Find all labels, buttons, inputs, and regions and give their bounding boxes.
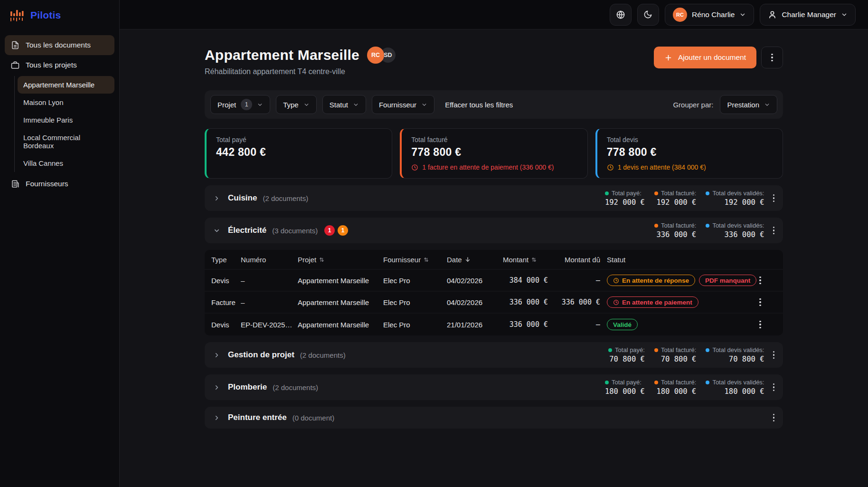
status-badge: En attente de réponse — [607, 275, 695, 286]
group-row-electricite[interactable]: Électricité (3 documents) 1 1 Total fact… — [205, 218, 783, 243]
group-stat-value: 70 800 € — [608, 355, 645, 363]
row-more-button[interactable] — [759, 298, 776, 306]
cell-statut: En attente de paiement — [600, 296, 759, 308]
chevron-right-icon[interactable] — [213, 384, 220, 391]
clock-icon — [613, 299, 619, 306]
sidebar: Pilotis Tous les documents Tous les proj… — [0, 0, 120, 487]
filter-fournisseur[interactable]: Fournisseur — [372, 95, 434, 114]
sidebar-item-projects[interactable]: Tous les projets — [5, 55, 114, 75]
col-date[interactable]: Date — [447, 256, 503, 264]
clear-filters-link[interactable]: Effacer tous les filtres — [445, 101, 513, 109]
pilotis-logo-icon — [9, 8, 26, 23]
filter-statut[interactable]: Statut — [322, 95, 366, 114]
group-name: Cuisine — [228, 193, 257, 203]
group-stat-value: 336 000 € — [706, 230, 764, 239]
cell-projet: Appartement Marseille — [298, 277, 383, 285]
filter-label: Statut — [330, 101, 348, 109]
chevron-right-icon[interactable] — [213, 352, 220, 359]
group-stat-value: 70 800 € — [654, 355, 696, 363]
invoiced-dot — [654, 191, 658, 195]
col-projet[interactable]: Projet — [298, 256, 383, 264]
filter-type[interactable]: Type — [276, 95, 317, 114]
quotes-dot — [706, 224, 709, 228]
col-montant[interactable]: Montant — [503, 256, 548, 264]
group-count: (2 documents) — [273, 383, 318, 392]
logo[interactable]: Pilotis — [0, 0, 119, 29]
cell-montant-du: 336 000 € — [548, 298, 600, 306]
theme-toggle-button[interactable] — [637, 4, 659, 26]
chevron-right-icon[interactable] — [213, 414, 220, 421]
group-more-button[interactable] — [773, 414, 775, 422]
sidebar-item-project[interactable]: Appartement Marseille — [18, 76, 114, 94]
group-count: (2 documents) — [300, 351, 346, 359]
row-more-button[interactable] — [759, 277, 776, 285]
paid-dot — [605, 381, 609, 384]
workspace-switcher[interactable]: RC Réno Charlie — [665, 4, 754, 26]
col-statut: Statut — [600, 256, 759, 264]
group-more-button[interactable] — [773, 351, 775, 359]
group-more-button[interactable] — [773, 194, 775, 202]
alert-badge-orange: 1 — [338, 225, 348, 236]
cell-statut: En attente de réponse PDF manquant — [600, 275, 759, 286]
chevron-down-icon — [353, 102, 359, 108]
workspace-name: Réno Charlie — [692, 10, 735, 19]
group-more-button[interactable] — [773, 227, 775, 235]
stat-value: 778 800 € — [607, 146, 773, 159]
sidebar-item-project[interactable]: Local Commercial Bordeaux — [18, 129, 114, 154]
sidebar-item-project[interactable]: Villa Cannes — [18, 154, 114, 172]
page-more-button[interactable] — [761, 47, 783, 68]
topbar: RC Réno Charlie Charlie Manager — [120, 0, 868, 29]
cell-type: Facture — [211, 298, 241, 306]
language-button[interactable] — [610, 4, 632, 26]
briefcase-icon — [10, 60, 20, 70]
alert-badge-red: 1 — [324, 225, 335, 236]
chevron-down-icon — [303, 102, 310, 108]
sidebar-item-documents[interactable]: Tous les documents — [5, 35, 114, 55]
add-document-button[interactable]: Ajouter un document — [654, 47, 756, 68]
col-fournisseur[interactable]: Fournisseur — [383, 256, 447, 264]
stat-warning-text: 1 facture en attente de paiement (336 00… — [422, 163, 554, 171]
group-stat-value: 70 800 € — [706, 355, 764, 363]
member-avatars: RC SD — [367, 47, 396, 64]
page-title: Appartement Marseille — [205, 47, 359, 63]
chevron-right-icon[interactable] — [213, 195, 220, 202]
stat-value: 778 800 € — [411, 146, 577, 159]
sidebar-project-list: Appartement Marseille Maison Lyon Immeub… — [14, 76, 114, 172]
status-badge: Validé — [607, 319, 638, 330]
invoiced-dot — [654, 224, 658, 228]
group-row-peinture-entree[interactable]: Peinture entrée (0 document) — [205, 407, 783, 429]
user-name: Charlie Manager — [782, 10, 836, 19]
group-by-label: Grouper par: — [673, 101, 713, 109]
filter-label: Fournisseur — [379, 101, 416, 109]
filter-label: Projet — [217, 101, 236, 109]
sidebar-item-project[interactable]: Immeuble Paris — [18, 111, 114, 129]
chevron-down-icon[interactable] — [213, 227, 220, 234]
group-row-gestion-de-projet[interactable]: Gestion de projet (2 documents) Total pa… — [205, 342, 783, 368]
group-by-select[interactable]: Prestation — [720, 95, 777, 114]
group-count: (0 document) — [292, 414, 334, 422]
chevron-down-icon — [764, 102, 770, 108]
status-badge: En attente de paiement — [607, 296, 698, 308]
group-stat-value: 180 000 € — [706, 387, 764, 396]
cell-montant-du: – — [548, 276, 600, 285]
chevron-down-icon — [739, 11, 746, 18]
table-row[interactable]: Facture – Appartement Marseille Elec Pro… — [205, 292, 783, 314]
user-menu[interactable]: Charlie Manager — [760, 4, 856, 26]
sidebar-item-fournisseurs[interactable]: Fournisseurs — [5, 174, 114, 194]
filter-bar: Projet 1 Type Statut — [205, 90, 783, 119]
sidebar-item-label: Tous les documents — [26, 41, 91, 49]
group-row-cuisine[interactable]: Cuisine (2 documents) Total payé:192 000… — [205, 185, 783, 211]
avatar[interactable]: RC — [367, 47, 384, 64]
group-stat-value: 180 000 € — [654, 387, 696, 396]
filter-projet[interactable]: Projet 1 — [210, 95, 270, 114]
sidebar-item-project[interactable]: Maison Lyon — [18, 94, 114, 111]
table-row[interactable]: Devis – Appartement Marseille Elec Pro 0… — [205, 270, 783, 292]
cell-date: 04/02/2026 — [447, 298, 503, 306]
group-row-plomberie[interactable]: Plomberie (2 documents) Total payé:180 0… — [205, 374, 783, 400]
group-more-button[interactable] — [773, 383, 775, 392]
globe-icon — [616, 10, 625, 19]
col-montant-du: Montant dû — [548, 256, 600, 264]
group-name: Plomberie — [228, 382, 267, 392]
table-row[interactable]: Devis EP-DEV-2025… Appartement Marseille… — [205, 314, 783, 335]
row-more-button[interactable] — [759, 321, 776, 329]
